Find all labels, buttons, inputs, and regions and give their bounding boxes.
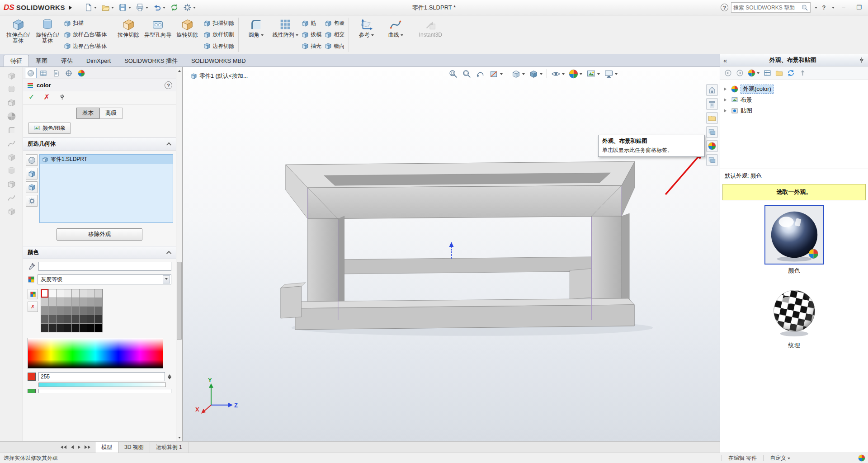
expand-chevron-icon[interactable]: [724, 109, 728, 113]
pin-icon[interactable]: [859, 57, 865, 63]
tree-item-decals[interactable]: 贴图: [724, 105, 868, 116]
configuration-manager-tab[interactable]: [38, 68, 49, 78]
palette-cell[interactable]: [41, 298, 48, 306]
boundary-boss-button[interactable]: 边界凸台/基体: [64, 42, 107, 51]
stack-icon[interactable]: [764, 69, 771, 77]
left-tool-icon-2[interactable]: [7, 85, 16, 94]
palette-cell[interactable]: [57, 315, 64, 323]
palette-cell[interactable]: [95, 298, 102, 306]
color-image-toggle[interactable]: 颜色/图象: [28, 123, 71, 134]
swept-cut-button[interactable]: 扫描切除: [203, 19, 234, 28]
shell-button[interactable]: 抽壳: [302, 42, 321, 51]
display-manager-tab[interactable]: [50, 68, 62, 78]
last-tab-icon[interactable]: [85, 444, 92, 451]
reference-geometry-button[interactable]: 参考: [352, 16, 380, 53]
mirror-button[interactable]: 镜向: [325, 42, 344, 51]
selected-geometry-section-header[interactable]: 所选几何体: [23, 137, 176, 151]
zoom-fit-icon[interactable]: [448, 69, 459, 79]
left-tool-icon-5[interactable]: [7, 126, 16, 134]
wrap-button[interactable]: 包覆: [325, 19, 344, 28]
palette-cell[interactable]: [57, 298, 64, 306]
help-caret-icon[interactable]: [832, 7, 835, 10]
folder-icon[interactable]: [775, 69, 783, 77]
collapse-chevron-icon[interactable]: [166, 142, 171, 147]
custom-dropdown[interactable]: 自定义: [770, 454, 790, 462]
palette-cell[interactable]: [80, 289, 87, 298]
pm-scrollbar-thumb[interactable]: [177, 262, 182, 340]
palette-cell[interactable]: [41, 289, 48, 298]
tab-dimxpert[interactable]: DimXpert: [80, 55, 118, 66]
left-tool-icon-6[interactable]: [7, 139, 16, 148]
expand-chevron-icon[interactable]: [724, 87, 728, 91]
feature-tree-flyout[interactable]: 零件1 (默认<按加...: [190, 72, 248, 80]
print-button[interactable]: [134, 2, 150, 14]
help-menu[interactable]: ?: [820, 4, 828, 11]
fillet-button[interactable]: 圆角: [242, 16, 270, 53]
palette-cell[interactable]: [95, 307, 102, 315]
palette-cell[interactable]: [49, 307, 56, 315]
collapse-pane-icon[interactable]: «: [723, 57, 727, 64]
previous-view-icon[interactable]: [475, 69, 486, 79]
search-options-caret-icon[interactable]: [815, 7, 817, 10]
palette-cell[interactable]: [64, 324, 71, 332]
tree-root-label[interactable]: 零件1 (默认<按加...: [199, 72, 248, 80]
linear-pattern-button[interactable]: 线性阵列: [271, 16, 299, 53]
display-pane-icon[interactable]: [706, 126, 718, 138]
left-tool-icon-7[interactable]: [7, 153, 16, 161]
search-input[interactable]: [733, 5, 801, 11]
nav-forward-icon[interactable]: [736, 69, 744, 77]
tab-features[interactable]: 特征: [4, 55, 29, 66]
color-channel-slider[interactable]: [38, 383, 166, 387]
edit-appearance-icon[interactable]: [568, 69, 583, 79]
next-tab-icon[interactable]: [76, 444, 84, 451]
color-spectrum-picker[interactable]: [28, 338, 163, 369]
palette-cell[interactable]: [72, 324, 79, 332]
palette-cell[interactable]: [95, 289, 102, 298]
apply-scene-icon[interactable]: [585, 69, 601, 79]
trash-icon[interactable]: [706, 98, 718, 110]
property-manager-tab[interactable]: [25, 68, 37, 78]
color-section-header[interactable]: 颜色: [23, 246, 176, 259]
selection-list-item[interactable]: 零件1.SLDPRT: [40, 155, 173, 164]
up-level-icon[interactable]: [799, 69, 807, 77]
palette-cell[interactable]: [49, 298, 56, 306]
new-document-button[interactable]: [82, 2, 99, 14]
custom-properties-icon[interactable]: [706, 154, 718, 166]
ok-button[interactable]: ✓: [28, 93, 34, 101]
zoom-area-icon[interactable]: [461, 69, 472, 79]
appearance-menu-icon[interactable]: [748, 69, 760, 77]
tab-model[interactable]: 模型: [95, 442, 118, 453]
palette-cell[interactable]: [49, 324, 56, 332]
palette-cell[interactable]: [49, 315, 56, 323]
palette-cell[interactable]: [41, 324, 48, 332]
tab-evaluate[interactable]: 评估: [54, 55, 80, 66]
filter-face-button[interactable]: [26, 168, 38, 180]
palette-cell[interactable]: [87, 315, 94, 323]
revolved-boss-button[interactable]: 旋转凸台/基体: [33, 16, 61, 53]
lofted-boss-button[interactable]: 放样凸台/基体: [64, 30, 107, 39]
left-tool-icon-4[interactable]: [7, 112, 16, 121]
nav-back-icon[interactable]: [724, 69, 732, 77]
frame-model[interactable]: [281, 161, 635, 330]
help-circle-icon[interactable]: ?: [721, 4, 728, 11]
extruded-cut-button[interactable]: 拉伸切除: [114, 16, 142, 53]
left-tool-icon-11[interactable]: [7, 207, 16, 216]
extruded-boss-button[interactable]: 拉伸凸台/基体: [4, 16, 32, 53]
pm-help-icon[interactable]: ?: [165, 81, 172, 89]
options-button[interactable]: [181, 2, 198, 14]
palette-cell[interactable]: [72, 298, 79, 306]
boundary-cut-button[interactable]: 边界切除: [203, 42, 234, 51]
palette-cell[interactable]: [72, 289, 79, 298]
dimxpert-manager-tab[interactable]: [63, 68, 75, 78]
palette-cell[interactable]: [95, 315, 102, 323]
palette-cell[interactable]: [64, 307, 71, 315]
view-orientation-icon[interactable]: [510, 69, 526, 79]
pin-icon[interactable]: [59, 94, 66, 100]
next-color-swatch[interactable]: [28, 389, 36, 393]
collapse-chevron-icon[interactable]: [166, 250, 171, 255]
undo-button[interactable]: [151, 2, 167, 14]
home-icon[interactable]: [706, 84, 718, 96]
search-icon[interactable]: [801, 4, 808, 11]
rebuild-button[interactable]: [168, 2, 180, 14]
palette-cell[interactable]: [80, 324, 87, 332]
